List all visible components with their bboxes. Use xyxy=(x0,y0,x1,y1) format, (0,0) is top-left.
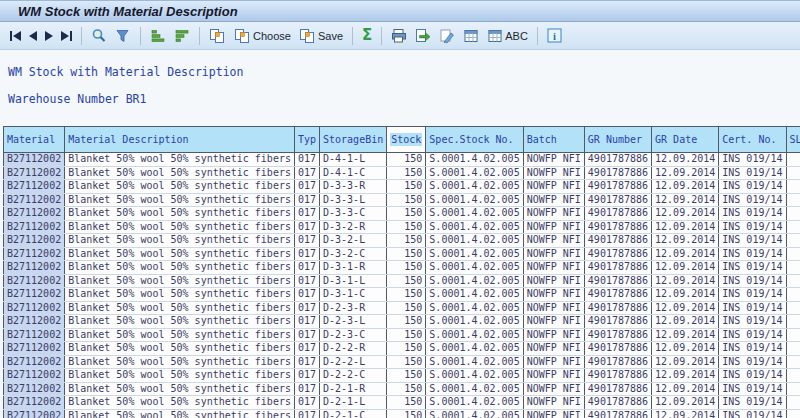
cell-gr-date[interactable]: 12.09.2014 xyxy=(652,396,719,410)
cell-material[interactable]: B27112002 xyxy=(4,234,65,248)
cell-cert-no[interactable]: INS 019/14 xyxy=(719,193,786,207)
cell-cert-no[interactable]: INS 019/14 xyxy=(719,328,786,342)
cell-gr-number[interactable]: 4901787886 xyxy=(584,301,651,315)
cell-gr-number[interactable]: 4901787886 xyxy=(584,234,651,248)
sort-descending-button[interactable] xyxy=(172,25,192,47)
cell-gr-date[interactable]: 12.09.2014 xyxy=(652,288,719,302)
cell-material-description[interactable]: Blanket 50% wool 50% synthetic fibers xyxy=(65,234,295,248)
cell-stock[interactable]: 150 xyxy=(387,247,426,261)
cell-batch[interactable]: NOWFP NFI xyxy=(523,301,584,315)
save-button[interactable]: Save xyxy=(297,25,345,47)
previous-page-button[interactable] xyxy=(27,25,39,47)
cell-batch[interactable]: NOWFP NFI xyxy=(523,193,584,207)
cell-batch[interactable]: NOWFP NFI xyxy=(523,328,584,342)
cell-typ[interactable]: 017 xyxy=(294,382,319,396)
cell-spec-stock-no[interactable]: S.0001.4.02.005 xyxy=(426,342,523,356)
cell-batch[interactable]: NOWFP NFI xyxy=(523,220,584,234)
cell-gr-date[interactable]: 12.09.2014 xyxy=(652,355,719,369)
cell-batch[interactable]: NOWFP NFI xyxy=(523,274,584,288)
cell-gr-date[interactable]: 12.09.2014 xyxy=(652,328,719,342)
cell-storagebin[interactable]: D-2-1-L xyxy=(320,396,387,410)
cell-material[interactable]: B27112002 xyxy=(4,369,65,383)
cell-material[interactable]: B27112002 xyxy=(4,355,65,369)
col-header-gr-number[interactable]: GR Number xyxy=(584,127,651,153)
cell-spec-stock-no[interactable]: S.0001.4.02.005 xyxy=(426,315,523,329)
cell-sled[interactable] xyxy=(786,261,800,275)
cell-gr-date[interactable]: 12.09.2014 xyxy=(652,247,719,261)
cell-stock[interactable]: 150 xyxy=(387,301,426,315)
cell-material[interactable]: B27112002 xyxy=(4,288,65,302)
cell-storagebin[interactable]: D-2-3-L xyxy=(320,315,387,329)
cell-cert-no[interactable]: INS 019/14 xyxy=(719,261,786,275)
choose-button[interactable]: Choose xyxy=(232,25,293,47)
cell-material[interactable]: B27112002 xyxy=(4,328,65,342)
cell-typ[interactable]: 017 xyxy=(294,342,319,356)
cell-spec-stock-no[interactable]: S.0001.4.02.005 xyxy=(426,166,523,180)
cell-storagebin[interactable]: D-3-2-R xyxy=(320,220,387,234)
cell-gr-number[interactable]: 4901787886 xyxy=(584,328,651,342)
cell-stock[interactable]: 150 xyxy=(387,180,426,194)
cell-cert-no[interactable]: INS 019/14 xyxy=(719,315,786,329)
cell-material[interactable]: B27112002 xyxy=(4,301,65,315)
cell-spec-stock-no[interactable]: S.0001.4.02.005 xyxy=(426,328,523,342)
cell-batch[interactable]: NOWFP NFI xyxy=(523,207,584,221)
cell-gr-number[interactable]: 4901787886 xyxy=(584,166,651,180)
cell-cert-no[interactable]: INS 019/14 xyxy=(719,274,786,288)
cell-gr-number[interactable]: 4901787886 xyxy=(584,220,651,234)
cell-storagebin[interactable]: D-2-3-C xyxy=(320,328,387,342)
sort-ascending-button[interactable] xyxy=(148,25,168,47)
cell-storagebin[interactable]: D-3-1-L xyxy=(320,274,387,288)
cell-spec-stock-no[interactable]: S.0001.4.02.005 xyxy=(426,207,523,221)
cell-material-description[interactable]: Blanket 50% wool 50% synthetic fibers xyxy=(65,288,295,302)
col-header-material[interactable]: Material xyxy=(4,127,65,153)
cell-gr-date[interactable]: 12.09.2014 xyxy=(652,193,719,207)
cell-stock[interactable]: 150 xyxy=(387,342,426,356)
cell-material-description[interactable]: Blanket 50% wool 50% synthetic fibers xyxy=(65,328,295,342)
cell-typ[interactable]: 017 xyxy=(294,274,319,288)
cell-gr-number[interactable]: 4901787886 xyxy=(584,180,651,194)
col-header-typ[interactable]: Typ xyxy=(294,127,319,153)
col-header-stock[interactable]: Stock xyxy=(387,127,426,153)
cell-stock[interactable]: 150 xyxy=(387,315,426,329)
cell-gr-date[interactable]: 12.09.2014 xyxy=(652,261,719,275)
cell-gr-date[interactable]: 12.09.2014 xyxy=(652,369,719,383)
cell-storagebin[interactable]: D-3-2-C xyxy=(320,247,387,261)
cell-storagebin[interactable]: D-2-2-C xyxy=(320,369,387,383)
cell-batch[interactable]: NOWFP NFI xyxy=(523,166,584,180)
cell-gr-number[interactable]: 4901787886 xyxy=(584,382,651,396)
cell-gr-date[interactable]: 12.09.2014 xyxy=(652,342,719,356)
cell-stock[interactable]: 150 xyxy=(387,193,426,207)
cell-typ[interactable]: 017 xyxy=(294,153,319,167)
copy-button[interactable] xyxy=(207,25,228,47)
cell-gr-date[interactable]: 12.09.2014 xyxy=(652,220,719,234)
cell-material[interactable]: B27112002 xyxy=(4,153,65,167)
cell-spec-stock-no[interactable]: S.0001.4.02.005 xyxy=(426,409,523,418)
cell-stock[interactable]: 150 xyxy=(387,409,426,418)
col-header-batch[interactable]: Batch xyxy=(523,127,584,153)
cell-gr-date[interactable]: 12.09.2014 xyxy=(652,180,719,194)
last-page-button[interactable] xyxy=(59,25,74,47)
search-button[interactable] xyxy=(89,25,109,47)
cell-typ[interactable]: 017 xyxy=(294,315,319,329)
cell-gr-date[interactable]: 12.09.2014 xyxy=(652,274,719,288)
cell-storagebin[interactable]: D-3-1-C xyxy=(320,288,387,302)
cell-cert-no[interactable]: INS 019/14 xyxy=(719,288,786,302)
cell-spec-stock-no[interactable]: S.0001.4.02.005 xyxy=(426,288,523,302)
cell-gr-number[interactable]: 4901787886 xyxy=(584,261,651,275)
cell-storagebin[interactable]: D-2-3-R xyxy=(320,301,387,315)
cell-sled[interactable] xyxy=(786,288,800,302)
cell-storagebin[interactable]: D-3-3-R xyxy=(320,180,387,194)
cell-storagebin[interactable]: D-3-2-L xyxy=(320,234,387,248)
cell-gr-number[interactable]: 4901787886 xyxy=(584,207,651,221)
cell-sled[interactable] xyxy=(786,382,800,396)
cell-typ[interactable]: 017 xyxy=(294,234,319,248)
col-header-cert-no[interactable]: Cert. No. xyxy=(719,127,786,153)
cell-gr-date[interactable]: 12.09.2014 xyxy=(652,166,719,180)
cell-material-description[interactable]: Blanket 50% wool 50% synthetic fibers xyxy=(65,180,295,194)
cell-cert-no[interactable]: INS 019/14 xyxy=(719,153,786,167)
cell-cert-no[interactable]: INS 019/14 xyxy=(719,355,786,369)
cell-material-description[interactable]: Blanket 50% wool 50% synthetic fibers xyxy=(65,369,295,383)
cell-material[interactable]: B27112002 xyxy=(4,409,65,418)
cell-cert-no[interactable]: INS 019/14 xyxy=(719,369,786,383)
col-header-gr-date[interactable]: GR Date xyxy=(652,127,719,153)
